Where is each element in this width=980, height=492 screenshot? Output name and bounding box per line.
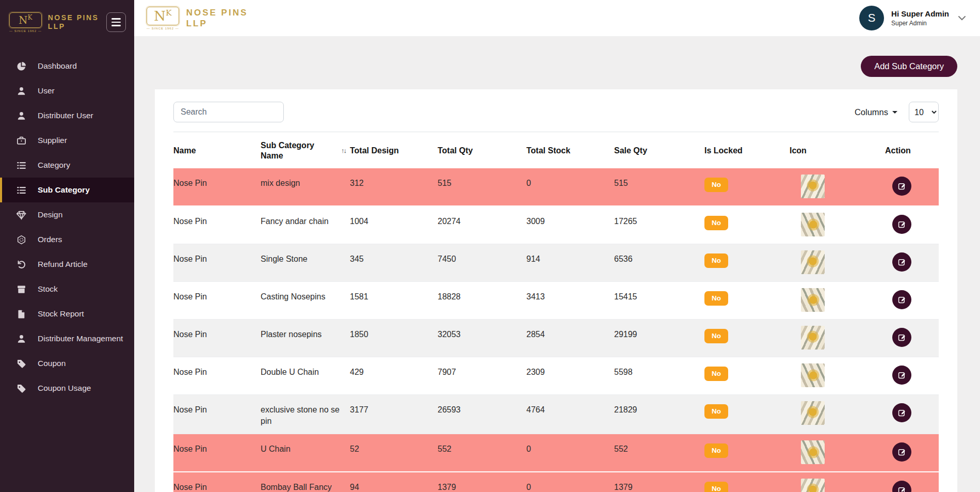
cell-total-stock: 3413 [526,282,614,320]
cell-total-design: 52 [350,434,438,472]
cell-total-stock: 0 [526,472,614,492]
cell-action [885,168,939,206]
column-header-action: Action [885,132,939,169]
page-size-select[interactable]: 10 [909,102,939,122]
edit-button[interactable] [892,403,911,422]
sidebar-item-user[interactable]: User [0,78,134,103]
sidebar-item-design[interactable]: Design [0,202,134,227]
cell-sub-category: Casting Nosepins [261,282,350,320]
table-body: Nose Pinmix design3125150515NoNose PinFa… [173,168,939,492]
cell-action [885,472,939,492]
user-icon [17,111,26,121]
edit-icon [897,448,906,456]
is-locked-badge: No [704,443,728,458]
edit-button[interactable] [892,252,911,272]
list-icon [17,161,26,170]
columns-dropdown[interactable]: Columns [855,107,897,117]
cell-name: Nose Pin [173,168,261,206]
table-row: Nose PinSingle Stone34574509146536No [173,244,939,282]
edit-icon [897,333,906,342]
table-row: Nose PinPlaster nosepins1850320532854291… [173,320,939,357]
cell-is-locked: No [704,357,790,395]
product-thumbnail [801,250,825,274]
cell-name: Nose Pin [173,206,261,244]
cell-total-design: 1004 [350,206,438,244]
column-header-total-design: Total Design [350,132,438,169]
sidebar-item-refund-article[interactable]: Refund Article [0,252,134,277]
column-header-label: Is Locked [704,146,743,156]
column-header-name: Name [173,132,261,169]
cell-action [885,282,939,320]
sidebar-toggle-button[interactable] [106,12,126,32]
cell-total-qty: 7450 [438,244,526,282]
add-sub-category-button[interactable]: Add Sub Category [861,56,957,77]
sidebar-item-coupon[interactable]: Coupon [0,351,134,376]
cell-sub-category: Fancy andar chain [261,206,350,244]
is-locked-badge: No [704,178,728,192]
cell-total-stock: 0 [526,434,614,472]
table-row: Nose Pinexclusive stone no se pin3177265… [173,395,939,434]
sort-icon[interactable]: ↑↓ [341,147,346,155]
table-row: Nose PinDouble U Chain429790723095598No [173,357,939,395]
sidebar-item-category[interactable]: Category [0,153,134,178]
product-thumbnail [801,288,825,312]
user-menu[interactable]: S Hi Super Admin Super Admin [859,6,966,30]
edit-button[interactable] [892,328,911,347]
column-header-sub-category-name[interactable]: Sub Category Name↑↓ [261,132,350,169]
edit-button[interactable] [892,290,911,309]
sidebar-item-label: Distributer Management [38,334,123,343]
sidebar-menu: DashboardUserDistributer UserSupplierCat… [0,54,134,401]
sidebar-item-supplier[interactable]: Supplier [0,128,134,153]
sidebar-item-stock-report[interactable]: Stock Report [0,301,134,326]
search-input[interactable] [173,102,284,122]
sub-category-table: NameSub Category Name↑↓Total DesignTotal… [173,132,939,492]
sidebar-item-distributer-management[interactable]: Distributer Management [0,326,134,351]
sidebar-item-label: Dashboard [38,61,77,71]
edit-icon [897,182,906,191]
sidebar-item-label: Coupon [38,359,66,368]
sidebar-item-sub-category[interactable]: Sub Category [0,178,134,202]
cell-sale-qty: 29199 [614,320,704,357]
edit-button[interactable] [892,481,911,492]
cell-name: Nose Pin [173,282,261,320]
edit-button[interactable] [892,215,911,234]
is-locked-badge: No [704,216,728,230]
cell-sub-category: Double U Chain [261,357,350,395]
column-header-label: Sub Category Name [261,140,336,161]
sidebar-item-distributer-user[interactable]: Distributer User [0,103,134,128]
cell-name: Nose Pin [173,395,261,434]
product-thumbnail [801,401,825,425]
column-header-sale-qty: Sale Qty [614,132,704,169]
brand-logo: NK — SINCE 1962 — [9,12,42,33]
is-locked-badge: No [704,482,728,492]
cell-total-design: 94 [350,472,438,492]
cell-total-stock: 4764 [526,395,614,434]
cell-action [885,434,939,472]
briefcase-icon [17,136,26,146]
sidebar-item-orders[interactable]: Orders [0,227,134,252]
cell-sale-qty: 6536 [614,244,704,282]
product-thumbnail [801,440,825,464]
undo-icon [17,260,26,269]
edit-button[interactable] [892,366,911,385]
file-icon [17,309,26,319]
cell-sub-category: Bombay Ball Fancy [261,472,350,492]
cell-is-locked: No [704,244,790,282]
edit-icon [897,486,906,492]
cell-icon [790,168,885,206]
column-header-label: Total Design [350,146,399,156]
edit-button[interactable] [892,177,911,196]
sidebar-item-stock[interactable]: Stock [0,277,134,301]
cell-total-qty: 32053 [438,320,526,357]
main-area: NK — SINCE 1962 — NOSE PINS LLP S Hi Sup… [134,0,980,492]
edit-button[interactable] [892,442,911,462]
cell-action [885,357,939,395]
cell-total-qty: 18828 [438,282,526,320]
cell-icon [790,395,885,434]
cell-total-design: 429 [350,357,438,395]
sidebar-item-dashboard[interactable]: Dashboard [0,54,134,78]
app-root: NK — SINCE 1962 — NOSE PINS LLP Dashboar… [0,0,980,492]
sidebar-item-coupon-usage[interactable]: Coupon Usage [0,376,134,401]
sidebar-item-label: Supplier [38,136,67,145]
cell-action [885,320,939,357]
